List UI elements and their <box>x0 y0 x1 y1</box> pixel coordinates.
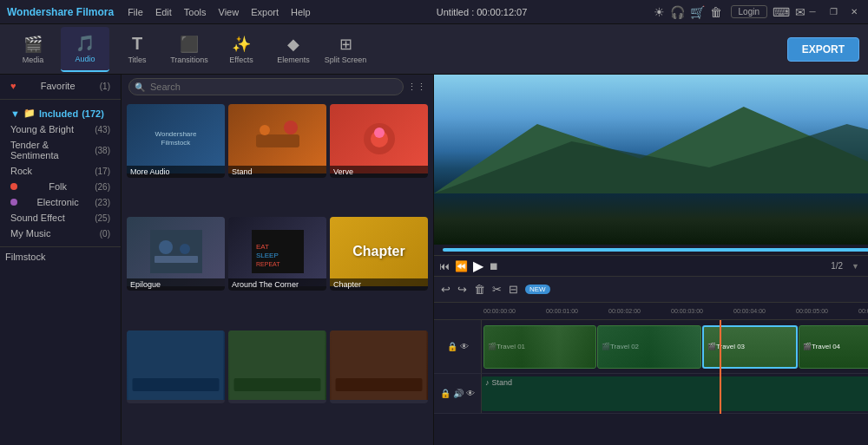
transitions-tool-button[interactable]: ⬛ Transitions <box>165 27 214 72</box>
travel04-clip[interactable]: 🎬 Travel 04 <box>799 325 868 369</box>
stop-button[interactable]: ⏹ <box>489 260 499 272</box>
trash-icon[interactable]: 🗑 <box>710 5 722 19</box>
young-bright-item[interactable]: Young & Bright (43) <box>5 121 115 137</box>
media-panel: 🔍 ⋮⋮ WondershareFilmstock More Audio Sta… <box>122 75 434 445</box>
splitscreen-tool-button[interactable]: ⊞ Split Screen <box>321 27 370 72</box>
svg-text:EAT: EAT <box>256 243 269 251</box>
row2-2-thumbnail <box>228 330 326 400</box>
verve-item[interactable]: Verve <box>330 104 428 178</box>
my-music-count: (0) <box>100 229 110 239</box>
audio-lock-icon[interactable]: 🔒 <box>440 389 450 398</box>
media-item-7[interactable] <box>127 330 225 404</box>
more-audio-label: More Audio <box>127 166 225 178</box>
progress-track[interactable] <box>443 248 868 252</box>
search-input[interactable] <box>128 78 404 95</box>
sound-effect-label: Sound Effect <box>10 213 65 223</box>
top-bar: Wondershare Filmora File Edit Tools View… <box>0 0 868 24</box>
menu-view[interactable]: View <box>219 7 240 17</box>
ruler-inner: 00:00:00:00 00:00:01:00 00:00:02:00 00:0… <box>482 308 868 314</box>
cart-icon[interactable]: 🛒 <box>690 5 705 19</box>
headphone-icon[interactable]: 🎧 <box>670 5 685 19</box>
electronic-item[interactable]: Electronic (23) <box>5 194 115 210</box>
preview-controls: ⏮ ⏪ ▶ ⏹ 1/2 ▼ 00:00:09:18 ⛶ 📷 🔊 <box>434 255 868 276</box>
travel01-clip[interactable]: 🎬 Travel 01 <box>483 325 596 369</box>
audio-icon: 🎵 <box>76 34 95 53</box>
search-icon: 🔍 <box>135 82 145 92</box>
video-track-row: 🔒 👁 🎬 Travel 01 🎬 <box>434 320 868 374</box>
verve-thumbnail <box>330 104 428 173</box>
menu-tools[interactable]: Tools <box>184 7 207 17</box>
login-button[interactable]: Login <box>731 5 767 18</box>
tender-item[interactable]: Tender & Sentimenta (38) <box>5 137 115 163</box>
timeline-toolbar: ↩ ↪ 🗑 ✂ ⊟ NEW ⌖ ⚑ 🎤 📷 ⊖ ⊕ ↔ <box>434 277 868 303</box>
chapter-label: Chapter <box>330 278 428 291</box>
sun-icon[interactable]: ☀ <box>654 5 665 19</box>
my-music-label: My Music <box>10 228 50 239</box>
menu-file[interactable]: File <box>128 7 143 17</box>
ruler-1: 00:00:01:00 <box>544 308 607 314</box>
email-icon[interactable]: ✉ <box>795 5 806 19</box>
play-button[interactable]: ▶ <box>473 258 483 274</box>
included-header[interactable]: ▼ 📁 Included (172) <box>5 105 115 121</box>
chapter-thumbnail: Chapter <box>330 217 428 286</box>
clip-bg-2 <box>598 326 700 368</box>
restore-button[interactable]: ❐ <box>826 5 840 19</box>
around-item[interactable]: EATSLEEPREPEAT Around The Corner <box>228 217 326 291</box>
prev-frame-button[interactable]: ⏮ <box>439 260 450 272</box>
travel03-clip[interactable]: 🎬 Travel 03 <box>702 325 798 369</box>
video-track-content[interactable]: 🎬 Travel 01 🎬 Travel 02 🎬 <box>482 320 868 373</box>
titles-tool-button[interactable]: T Titles <box>113 27 161 72</box>
epilogue-item[interactable]: Epilogue <box>127 217 225 291</box>
keyboard-icon[interactable]: ⌨ <box>773 5 790 19</box>
young-bright-count: (43) <box>95 125 110 134</box>
search-wrap: 🔍 <box>128 78 404 95</box>
redo-button[interactable]: ↪ <box>457 283 467 296</box>
chapter-item[interactable]: Chapter Chapter <box>330 217 428 291</box>
my-music-item[interactable]: My Music (0) <box>5 226 115 241</box>
around-label: Around The Corner <box>228 278 326 291</box>
menu-export[interactable]: Export <box>251 7 279 17</box>
eye-icon[interactable]: 👁 <box>460 342 469 351</box>
mute-icon[interactable]: 🔊 <box>453 389 464 398</box>
electronic-dot <box>10 199 17 206</box>
folk-item[interactable]: Folk (26) <box>5 179 115 194</box>
clip-icon-3: 🎬 <box>707 343 716 350</box>
grid-options-icon[interactable]: ⋮⋮ <box>407 82 426 93</box>
stand-label: Stand <box>228 166 326 178</box>
undo-button[interactable]: ↩ <box>441 283 450 296</box>
sound-effect-item[interactable]: Sound Effect (25) <box>5 210 115 226</box>
favorite-item[interactable]: ♥ Favorite (1) <box>5 78 115 94</box>
minimize-button[interactable]: ─ <box>806 5 819 19</box>
elements-tool-button[interactable]: ◆ Elements <box>269 27 318 72</box>
rock-item[interactable]: Rock (17) <box>5 163 115 179</box>
step-back-button[interactable]: ⏪ <box>455 260 468 272</box>
divider-1 <box>0 99 121 100</box>
media-tool-button[interactable]: 🎬 Media <box>9 27 57 72</box>
media-item-8[interactable] <box>228 330 326 404</box>
menu-edit[interactable]: Edit <box>155 7 172 17</box>
included-label: Included <box>39 108 78 119</box>
media-item-9[interactable] <box>330 330 428 404</box>
effects-tool-button[interactable]: ✨ Effects <box>217 27 266 72</box>
more-audio-item[interactable]: WondershareFilmstock More Audio <box>127 104 225 178</box>
ruler-2: 00:00:02:00 <box>607 308 669 314</box>
stand-item[interactable]: Stand <box>228 104 326 178</box>
audio-track-content[interactable]: // Generate waveform bars inline const b… <box>482 374 868 413</box>
lock-icon[interactable]: 🔒 <box>447 342 457 351</box>
video-track-controls: 🔒 👁 <box>434 320 482 373</box>
progress-fill <box>443 248 868 252</box>
export-button[interactable]: EXPORT <box>787 37 859 62</box>
media-label: Media <box>23 56 44 64</box>
delete-button[interactable]: 🗑 <box>474 283 485 296</box>
audio-tool-button[interactable]: 🎵 Audio <box>61 27 109 72</box>
audio-eye-icon[interactable]: 👁 <box>466 389 475 398</box>
svg-rect-0 <box>256 134 299 147</box>
split-button[interactable]: ⊟ <box>509 283 518 296</box>
favorite-count: (1) <box>100 82 110 91</box>
close-button[interactable]: ✕ <box>847 5 861 19</box>
effects-icon: ✨ <box>232 35 251 54</box>
cut-button[interactable]: ✂ <box>492 283 502 296</box>
menu-help[interactable]: Help <box>291 7 311 17</box>
travel02-clip[interactable]: 🎬 Travel 02 <box>597 325 701 369</box>
filmstock-item[interactable]: Filmstock <box>0 249 121 265</box>
